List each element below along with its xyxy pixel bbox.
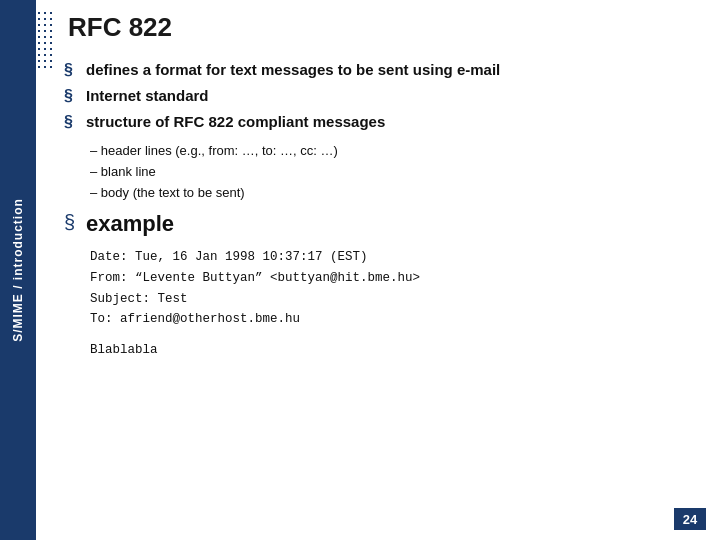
bullet-symbol-example: §	[64, 211, 78, 234]
code-line-2: From: “Levente Buttyan” <buttyan@hit.bme…	[90, 268, 700, 289]
code-block: Date: Tue, 16 Jan 1998 10:37:17 (EST) Fr…	[90, 247, 700, 360]
code-line-3: Subject: Test	[90, 289, 700, 310]
example-bullet: § example	[64, 211, 700, 237]
bullet-symbol-2: §	[64, 87, 78, 105]
decorative-dots	[36, 10, 54, 70]
left-sidebar: S/MIME / introduction	[0, 0, 36, 540]
sub-item-2: blank line	[90, 162, 700, 183]
bullet-section: § defines a format for text messages to …	[64, 61, 700, 131]
bullet-symbol-3: §	[64, 113, 78, 131]
bullet-item-1: § defines a format for text messages to …	[64, 61, 700, 79]
code-line-4: To: afriend@otherhost.bme.hu	[90, 309, 700, 330]
sidebar-label: S/MIME / introduction	[11, 198, 25, 342]
bullet-symbol-1: §	[64, 61, 78, 79]
sub-item-3: body (the text to be sent)	[90, 183, 700, 204]
code-line-1: Date: Tue, 16 Jan 1998 10:37:17 (EST)	[90, 247, 700, 268]
bullet-item-3: § structure of RFC 822 compliant message…	[64, 113, 700, 131]
bullet-text-1: defines a format for text messages to be…	[86, 61, 500, 78]
code-line-6: Blablabla	[90, 340, 700, 361]
bullet-item-2: § Internet standard	[64, 87, 700, 105]
main-content: RFC 822 § defines a format for text mess…	[54, 0, 720, 540]
code-line-5	[90, 330, 700, 340]
page-number: 24	[674, 508, 706, 530]
bullet-text-2: Internet standard	[86, 87, 209, 104]
sub-list: header lines (e.g., from: …, to: …, cc: …	[90, 141, 700, 203]
page-title: RFC 822	[64, 12, 700, 43]
bullet-text-3: structure of RFC 822 compliant messages	[86, 113, 385, 130]
sub-item-1: header lines (e.g., from: …, to: …, cc: …	[90, 141, 700, 162]
example-label: example	[86, 211, 174, 237]
